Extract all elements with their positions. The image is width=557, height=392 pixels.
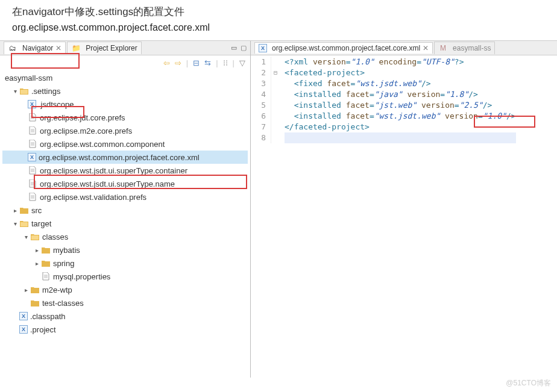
editor-area[interactable]: 1 2 3 4 5 6 7 8 ⊟ <?xml version="1.0" en…	[251, 55, 557, 143]
xml-file-icon: X	[28, 100, 36, 108]
file-icon	[41, 272, 51, 281]
tree-settings[interactable]: ▾.settings	[2, 84, 248, 98]
menu-icon[interactable]: ▽	[239, 58, 245, 67]
right-panel: X org.eclipse.wst.common.project.facet.c…	[251, 41, 557, 378]
folder-open-icon	[19, 86, 29, 96]
tree-jsdtscope[interactable]: X.jsdtscope	[2, 98, 248, 111]
xml-file-icon: X	[259, 44, 267, 52]
navigator-tree: easymall-ssm ▾.settings X.jsdtscope org.…	[0, 70, 250, 337]
navigator-icon: 🗂	[8, 43, 17, 53]
tab-navigator[interactable]: 🗂 Navigator ✕	[4, 42, 66, 54]
editor-tabs: X org.eclipse.wst.common.project.facet.c…	[251, 41, 557, 55]
forward-icon[interactable]: ⇨	[175, 58, 181, 67]
file-icon	[28, 192, 37, 202]
fold-icon[interactable]: ⊟	[271, 67, 280, 78]
left-panel: 🗂 Navigator ✕ 📁 Project Explorer ▭ ▢ ⇦ ⇨…	[0, 41, 251, 378]
tab-project-explorer[interactable]: 📁 Project Explorer	[67, 42, 141, 54]
tree-wstvalid[interactable]: org.eclipse.wst.validation.prefs	[2, 190, 248, 204]
folder-open-icon	[30, 232, 40, 241]
close-icon[interactable]: ✕	[423, 44, 429, 52]
left-tabs: 🗂 Navigator ✕ 📁 Project Explorer ▭ ▢	[0, 41, 250, 55]
instruction-text: 在navigator中修改.settings的配置文件	[0, 0, 557, 20]
tree-classes[interactable]: ▾classes	[2, 230, 248, 243]
tab-editor-inactive[interactable]: M easymall-ss	[434, 42, 495, 54]
project-explorer-icon: 📁	[71, 43, 81, 53]
tab-navigator-label: Navigator	[22, 44, 53, 52]
tree-src[interactable]: ▸src	[2, 204, 248, 217]
maven-icon: M	[438, 43, 448, 53]
tree-spring[interactable]: ▸spring	[2, 257, 248, 270]
tree-m2eprefs[interactable]: org.eclipse.m2e.core.prefs	[2, 124, 248, 137]
file-icon	[28, 113, 37, 122]
xml-file-icon: X	[19, 325, 28, 334]
folder-icon	[19, 205, 29, 215]
back-icon[interactable]: ⇦	[163, 58, 170, 67]
tree-testclasses[interactable]: test-classes	[2, 296, 248, 310]
xml-file-icon: X	[28, 153, 36, 161]
tree-mybatis[interactable]: ▸mybatis	[2, 243, 248, 257]
tree-mysqlprops[interactable]: mysql.properties	[2, 270, 248, 283]
tree-classpath[interactable]: X.classpath	[2, 310, 248, 323]
maximize-icon[interactable]: ▢	[241, 44, 247, 52]
tree-facetcore[interactable]: Xorg.eclipse.wst.common.project.facet.co…	[2, 151, 248, 164]
navigator-toolbar: ⇦ ⇨ | ⊟ ⇆ | ⁝⁝ | ▽	[0, 55, 250, 70]
folder-icon	[41, 258, 51, 268]
folding-gutter: ⊟	[271, 57, 280, 143]
tree-jdtprefs[interactable]: org.eclipse.jdt.core.prefs	[2, 111, 248, 124]
folder-icon	[41, 245, 51, 255]
tree-jsdtname[interactable]: org.eclipse.wst.jsdt.ui.superType.name	[2, 177, 248, 190]
file-icon	[28, 179, 37, 188]
xml-file-icon: X	[19, 312, 28, 320]
close-icon[interactable]: ✕	[55, 44, 61, 52]
filename-text: org.eclipse.wst.common.project.facet.cor…	[0, 20, 557, 40]
collapse-icon[interactable]: ⊟	[193, 58, 200, 67]
tree-target[interactable]: ▾target	[2, 217, 248, 230]
tab-editor-inactive-label: easymall-ss	[453, 44, 491, 52]
file-icon	[28, 166, 37, 175]
watermark: @51CTO博客	[506, 378, 551, 388]
tree-project[interactable]: X.project	[2, 323, 248, 336]
folder-open-icon	[19, 219, 29, 228]
line-gutter: 1 2 3 4 5 6 7 8	[251, 57, 271, 143]
tab-editor-active-label: org.eclipse.wst.common.project.facet.cor…	[272, 44, 420, 52]
tab-editor-active[interactable]: X org.eclipse.wst.common.project.facet.c…	[254, 42, 433, 54]
file-icon	[28, 139, 37, 149]
link-icon[interactable]: ⇆	[204, 58, 211, 67]
tree-jsdtcont[interactable]: org.eclipse.wst.jsdt.ui.superType.contai…	[2, 164, 248, 177]
tree-wstcomp[interactable]: org.eclipse.wst.common.component	[2, 137, 248, 151]
code-content[interactable]: <?xml version="1.0" encoding="UTF-8"?> <…	[280, 57, 516, 143]
ide-container: 🗂 Navigator ✕ 📁 Project Explorer ▭ ▢ ⇦ ⇨…	[0, 40, 557, 378]
tree-m2ewtp[interactable]: ▸m2e-wtp	[2, 283, 248, 296]
folder-icon	[30, 298, 40, 308]
filter-icon[interactable]: ⁝⁝	[223, 58, 228, 67]
tab-project-explorer-label: Project Explorer	[86, 44, 137, 52]
file-icon	[28, 126, 37, 135]
tree-root[interactable]: easymall-ssm	[2, 71, 248, 84]
minimize-icon[interactable]: ▭	[231, 44, 237, 52]
folder-icon	[30, 285, 40, 294]
